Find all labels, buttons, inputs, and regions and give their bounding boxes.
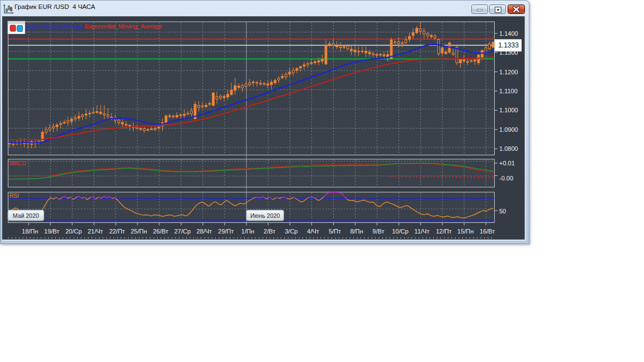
svg-text:+0.01: +0.01 — [499, 160, 515, 166]
svg-text:15/Пн: 15/Пн — [457, 228, 473, 235]
svg-text:9/Вт: 9/Вт — [372, 228, 384, 235]
svg-text:-0.00: -0.00 — [499, 174, 513, 181]
svg-text:16/Вт: 16/Вт — [480, 228, 495, 235]
svg-text:22/Пт: 22/Пт — [109, 228, 125, 235]
svg-text:ential_Moving_Average: ential_Moving_Average — [25, 23, 83, 30]
svg-text:1/Пн: 1/Пн — [242, 228, 254, 235]
svg-text:19/Вт: 19/Вт — [44, 228, 59, 235]
svg-text:5/Пт: 5/Пт — [329, 228, 341, 235]
svg-text:2/Вт: 2/Вт — [264, 228, 276, 235]
svg-text:1.1200: 1.1200 — [499, 68, 518, 75]
svg-text:3/Ср: 3/Ср — [285, 228, 297, 235]
svg-text:4/Чт: 4/Чт — [307, 228, 319, 235]
svg-text:Exponential_Moving_Average: Exponential_Moving_Average — [85, 23, 162, 30]
svg-text:RSI: RSI — [10, 192, 19, 198]
svg-text:1.1333: 1.1333 — [498, 41, 519, 49]
svg-text:25/Пн: 25/Пн — [131, 228, 147, 235]
svg-text:Май 2020: Май 2020 — [13, 212, 39, 218]
svg-text:18/Пн: 18/Пн — [22, 228, 38, 235]
svg-text:MACD: MACD — [10, 160, 26, 166]
svg-text:21/Чт: 21/Чт — [88, 228, 103, 235]
svg-text:12/Пт: 12/Пт — [436, 228, 452, 235]
svg-text:8/Пн: 8/Пн — [350, 228, 363, 235]
svg-text:1.1400: 1.1400 — [499, 30, 518, 36]
svg-text:1.0900: 1.0900 — [499, 126, 518, 132]
svg-text:1.0800: 1.0800 — [499, 145, 518, 152]
svg-text:50: 50 — [499, 207, 506, 214]
svg-text:28/Чт: 28/Чт — [196, 228, 212, 235]
svg-text:27/Ср: 27/Ср — [174, 228, 191, 235]
svg-text:1.1100: 1.1100 — [499, 88, 518, 94]
svg-text:1.1000: 1.1000 — [499, 107, 518, 113]
svg-text:20/Ср: 20/Ср — [65, 228, 82, 235]
svg-text:10/Ср: 10/Ср — [392, 228, 408, 235]
svg-text:Июнь 2020: Июнь 2020 — [250, 212, 280, 218]
svg-text:29/Пт: 29/Пт — [218, 228, 234, 235]
svg-text:26/Вт: 26/Вт — [153, 228, 168, 235]
svg-text:11/Чт: 11/Чт — [414, 228, 429, 235]
